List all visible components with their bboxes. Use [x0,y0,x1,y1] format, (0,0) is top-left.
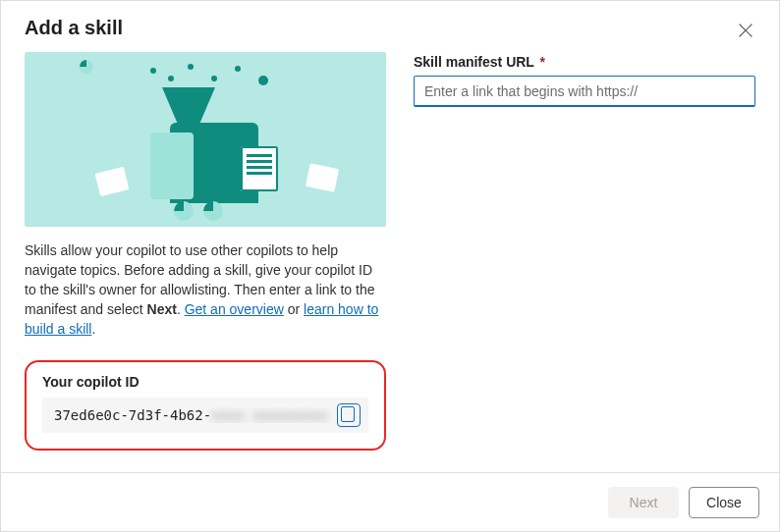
left-column: Skills allow your copilot to use other c… [25,52,386,472]
dialog-title: Add a skill [25,17,123,39]
dialog-header: Add a skill [1,1,779,52]
copilot-id-value: 37ed6e0c-7d3f-4b62-xxxx xxxxxxxxx [54,407,337,423]
manifest-url-label: Skill manifest URL * [414,54,755,70]
manifest-url-label-text: Skill manifest URL [414,54,534,70]
close-button[interactable]: Close [689,487,759,518]
right-column: Skill manifest URL * [414,52,755,472]
skill-illustration [25,52,386,227]
next-button: Next [608,487,679,518]
copilot-id-label: Your copilot ID [42,374,368,390]
copilot-id-obscured: xxxx xxxxxxxxx [211,407,327,423]
copilot-id-section: Your copilot ID 37ed6e0c-7d3f-4b62-xxxx … [25,360,386,451]
overview-link[interactable]: Get an overview [185,301,284,317]
desc-or: or [284,301,304,317]
dialog-body: Skills allow your copilot to use other c… [1,52,779,472]
description-text: Skills allow your copilot to use other c… [25,240,386,339]
required-indicator: * [540,54,545,70]
manifest-url-input[interactable] [414,76,755,107]
dialog-footer: Next Close [1,472,779,531]
desc-bold: Next [147,301,177,317]
copy-icon[interactable] [337,403,361,427]
add-skill-dialog: Add a skill [0,0,780,532]
desc-dot2: . [91,321,95,337]
copilot-id-visible: 37ed6e0c-7d3f-4b62- [54,407,211,423]
copilot-id-row: 37ed6e0c-7d3f-4b62-xxxx xxxxxxxxx [42,398,368,433]
close-icon[interactable] [732,17,759,44]
desc-dot: . [177,301,185,317]
